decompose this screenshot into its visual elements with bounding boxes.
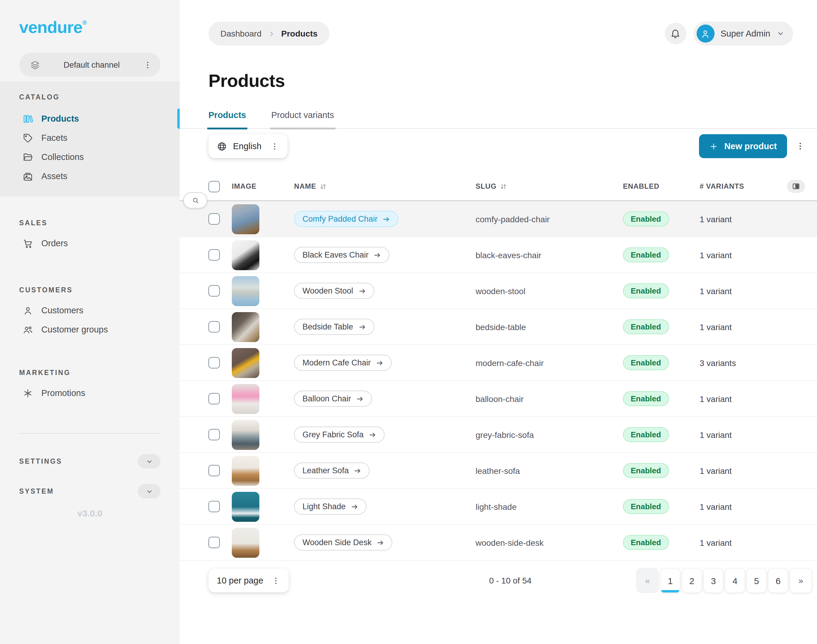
language-selector[interactable]: English [208,134,287,158]
pagination-page-5[interactable]: 5 [746,568,767,593]
enabled-cell: Enabled [623,284,700,298]
column-header-name[interactable]: NAME [294,182,475,190]
table-row[interactable]: Wooden Side Deskwooden-side-deskEnabled1… [180,525,817,561]
product-thumbnail[interactable] [232,348,259,378]
product-thumbnail[interactable] [232,204,259,234]
sort-icon[interactable] [319,182,327,190]
new-product-button[interactable]: New product [699,134,787,158]
search-button[interactable] [183,192,207,209]
table-row[interactable]: Bedside Tablebedside-tableEnabled1 varia… [180,309,817,345]
sidebar: vendure® Default channel CATALOGProducts… [0,0,180,644]
row-checkbox[interactable] [208,249,220,261]
sidebar-items-sales: Orders [0,234,180,253]
kebab-icon[interactable] [270,142,279,151]
product-thumbnail[interactable] [232,240,259,270]
arrow-right-icon [382,215,391,223]
pagination-last-button[interactable]: » [789,568,812,593]
product-thumbnail[interactable] [232,384,259,414]
tab-products[interactable]: Products [207,110,247,129]
product-thumbnail[interactable] [232,455,259,486]
sort-icon[interactable] [500,182,507,190]
expand-system-button[interactable] [138,484,161,498]
main-content: DashboardProducts Super Admin Products P… [180,0,817,644]
tab-product-variants[interactable]: Product variants [270,110,336,129]
row-checkbox[interactable] [208,321,220,333]
table-row[interactable]: Black Eaves Chairblack-eaves-chairEnable… [180,237,817,273]
kebab-icon[interactable] [143,60,152,69]
product-link[interactable]: Modern Cafe Chair [294,355,392,371]
sidebar-item-products[interactable]: Products [0,109,180,128]
table-row[interactable]: Modern Cafe Chairmodern-cafe-chairEnable… [180,345,817,381]
pagination-first-button[interactable]: « [636,568,659,593]
table-row[interactable]: Balloon Chairballoon-chairEnabled1 varia… [180,381,817,417]
columns-icon [792,182,800,190]
name-cell: Black Eaves Chair [294,247,475,263]
section-label-settings: SETTINGS [19,458,62,465]
table-row[interactable]: Wooden Stoolwooden-stoolEnabled1 variant [180,273,817,309]
product-thumbnail[interactable] [232,492,259,521]
column-header-slug[interactable]: SLUG [475,182,623,190]
pagination-bar: 10 per page 0 - 10 of 54 «123456» [208,567,812,594]
sidebar-item-assets[interactable]: Assets [0,167,180,186]
product-thumbnail[interactable] [232,312,259,342]
product-name: Wooden Stool [302,286,353,295]
product-name: Leather Sofa [302,466,349,475]
sidebar-item-customers[interactable]: Customers [0,301,180,320]
row-checkbox[interactable] [208,429,220,440]
pagination-range: 0 - 10 of 54 [489,576,532,585]
product-slug: comfy-padded-chair [475,214,623,224]
table-row[interactable]: Comfy Padded Chaircomfy-padded-chairEnab… [180,201,817,237]
row-checkbox[interactable] [208,501,220,512]
pagination-page-4[interactable]: 4 [725,568,745,593]
status-badge: Enabled [623,427,669,442]
row-checkbox[interactable] [208,357,220,368]
product-link[interactable]: Black Eaves Chair [294,247,389,263]
variant-count: 1 variant [700,394,779,403]
status-badge: Enabled [623,499,669,514]
row-checkbox[interactable] [208,285,220,296]
table-row[interactable]: Grey Fabric Sofagrey-fabric-sofaEnabled1… [180,417,817,453]
kebab-icon[interactable] [796,141,805,151]
table-row[interactable]: Light Shadelight-shadeEnabled1 variant [180,489,817,525]
per-page-selector[interactable]: 10 per page [208,569,289,592]
select-all-checkbox[interactable] [208,181,220,192]
pagination-page-2[interactable]: 2 [682,568,702,593]
product-thumbnail[interactable] [232,276,259,306]
product-link[interactable]: Comfy Padded Chair [294,211,399,227]
sidebar-item-customer-groups[interactable]: Customer groups [0,320,180,339]
status-badge: Enabled [623,355,669,370]
sidebar-item-collections[interactable]: Collections [0,147,180,167]
product-link[interactable]: Balloon Chair [294,391,372,407]
notifications-button[interactable] [665,23,687,44]
product-link[interactable]: Wooden Stool [294,283,374,299]
product-link[interactable]: Wooden Side Desk [294,534,392,550]
sidebar-item-facets[interactable]: Facets [0,128,180,147]
product-link[interactable]: Leather Sofa [294,463,370,478]
expand-settings-button[interactable] [138,454,161,468]
row-checkbox[interactable] [208,537,220,548]
kebab-icon[interactable] [271,576,281,585]
sidebar-item-promotions[interactable]: Promotions [0,383,180,403]
sidebar-item-orders[interactable]: Orders [0,234,180,253]
channel-selector[interactable]: Default channel [19,53,161,77]
pagination-page-3[interactable]: 3 [703,568,723,593]
row-checkbox[interactable] [208,393,220,404]
table-row[interactable]: Leather Sofaleather-sofaEnabled1 variant [180,453,817,489]
pagination-page-1[interactable]: 1 [660,568,681,593]
column-settings-button[interactable] [787,180,805,193]
pagination-page-6[interactable]: 6 [768,568,788,593]
breadcrumb-item-dashboard[interactable]: Dashboard [221,29,261,38]
product-link[interactable]: Grey Fabric Sofa [294,426,385,443]
row-checkbox[interactable] [208,465,220,476]
variant-count: 3 variants [700,358,779,368]
row-checkbox[interactable] [208,213,220,225]
user-menu[interactable]: Super Admin [694,21,793,46]
product-link[interactable]: Light Shade [294,498,366,515]
product-link[interactable]: Bedside Table [294,319,374,335]
product-thumbnail[interactable] [232,420,259,449]
breadcrumb: DashboardProducts [208,21,330,46]
product-thumbnail[interactable] [232,527,259,557]
name-cell: Balloon Chair [294,391,475,407]
tab-bar: ProductsProduct variants [180,110,817,129]
table-header: IMAGE NAME SLUG ENABLED # VARIANTS [180,173,817,201]
